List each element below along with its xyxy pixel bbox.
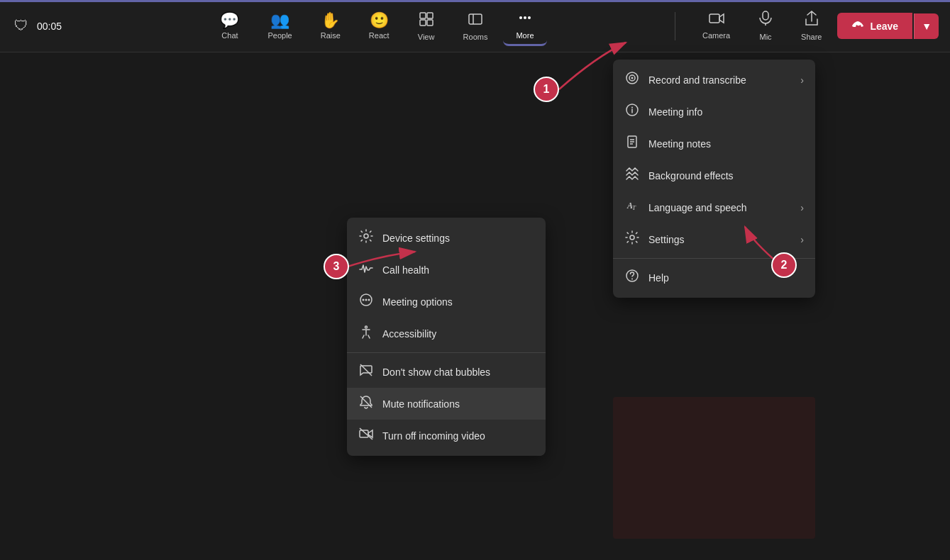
meeting-info-item[interactable]: Meeting info: [613, 96, 815, 128]
notes-icon: [624, 135, 640, 152]
leave-phone-icon: [851, 20, 864, 32]
progress-bar: [0, 0, 950, 2]
mic-label: Mic: [760, 33, 772, 41]
view-icon: [419, 11, 434, 30]
svg-point-5: [519, 16, 522, 19]
call-health-label: Call health: [382, 264, 534, 276]
record-label: Record and transcribe: [648, 74, 792, 86]
rooms-button[interactable]: Rooms: [451, 7, 501, 45]
more-icon: [517, 10, 533, 28]
camera-button[interactable]: Camera: [692, 8, 740, 44]
people-button[interactable]: 👥 People: [255, 9, 304, 44]
toolbar-separator: [675, 12, 675, 40]
leave-button[interactable]: Leave: [837, 13, 912, 39]
svg-point-30: [368, 299, 370, 301]
view-label: View: [418, 33, 435, 41]
svg-rect-1: [427, 13, 433, 18]
camera-icon: [709, 12, 724, 28]
svg-rect-2: [420, 20, 426, 26]
language-chevron: ›: [800, 202, 804, 213]
raise-icon: ✋: [321, 13, 340, 28]
svg-point-16: [631, 107, 633, 108]
dont-show-chat-label: Don't show chat bubbles: [382, 366, 534, 378]
record-icon: [624, 71, 640, 89]
more-label: More: [516, 31, 534, 40]
toolbar: 🛡 00:05 💬 Chat 👥 People ✋ Raise 🙂 React: [0, 0, 950, 52]
background-label: Background effects: [648, 170, 804, 181]
svg-point-29: [365, 299, 368, 301]
mute-notifications-item[interactable]: Mute notifications: [347, 388, 546, 420]
device-icon: [358, 229, 374, 247]
record-chevron: ›: [800, 74, 804, 86]
svg-point-25: [631, 279, 633, 280]
react-label: React: [369, 31, 390, 40]
settings-item[interactable]: Settings ›: [613, 223, 815, 255]
svg-rect-4: [469, 14, 482, 24]
svg-point-6: [524, 16, 526, 19]
chat-icon: 💬: [220, 13, 239, 28]
mic-button[interactable]: Mic: [746, 6, 785, 45]
settings-chevron: ›: [800, 234, 804, 245]
svg-point-7: [528, 16, 531, 19]
info-icon: [624, 103, 640, 121]
share-icon: [805, 11, 819, 30]
leave-dropdown-button[interactable]: ▼: [914, 13, 939, 39]
svg-rect-9: [763, 11, 768, 20]
leave-btn-container: Leave ▼: [837, 13, 939, 39]
video-preview: [613, 397, 815, 539]
dont-show-chat-item[interactable]: Don't show chat bubbles: [347, 356, 546, 388]
annotation-3: 3: [324, 254, 349, 279]
chat-label: Chat: [221, 31, 238, 40]
turn-off-video-item[interactable]: Turn off incoming video: [347, 420, 546, 452]
record-transcribe-item[interactable]: Record and transcribe ›: [613, 64, 815, 96]
mic-icon: [759, 11, 772, 30]
device-settings-item[interactable]: Device settings: [347, 222, 546, 254]
svg-text:T: T: [632, 204, 636, 211]
settings-submenu: Device settings Call health Meeting opti…: [347, 218, 546, 456]
annotation-1: 1: [534, 77, 559, 102]
shield-icon: 🛡: [11, 16, 31, 36]
share-button[interactable]: Share: [791, 6, 832, 45]
separator-2: [347, 352, 546, 353]
language-icon: A T: [624, 198, 640, 216]
accessibility-item[interactable]: Accessibility: [347, 318, 546, 349]
device-settings-label: Device settings: [382, 233, 534, 244]
meeting-options-item[interactable]: Meeting options: [347, 286, 546, 318]
people-label: People: [267, 31, 292, 40]
meetingopts-icon: [358, 293, 374, 310]
callhealth-icon: [358, 261, 374, 279]
raise-button[interactable]: ✋ Raise: [308, 9, 353, 44]
meeting-notes-item[interactable]: Meeting notes: [613, 128, 815, 159]
background-effects-item[interactable]: Background effects: [613, 159, 815, 191]
chatbubbles-icon: [358, 363, 374, 381]
annotation-3-label: 3: [333, 260, 340, 273]
meeting-notes-label: Meeting notes: [648, 138, 804, 150]
leave-label: Leave: [870, 21, 898, 32]
svg-point-13: [631, 77, 634, 79]
react-button[interactable]: 🙂 React: [356, 9, 402, 44]
settings-icon: [624, 230, 640, 248]
view-button[interactable]: View: [405, 7, 448, 45]
call-health-item[interactable]: Call health: [347, 254, 546, 286]
svg-point-26: [364, 234, 368, 238]
mute-icon: [358, 395, 374, 413]
more-button[interactable]: More: [503, 6, 546, 46]
chat-button[interactable]: 💬 Chat: [207, 9, 252, 44]
meeting-info-label: Meeting info: [648, 106, 804, 118]
rooms-icon: [468, 11, 483, 30]
meeting-options-label: Meeting options: [382, 296, 534, 308]
people-icon: 👥: [270, 13, 289, 28]
rooms-label: Rooms: [463, 33, 488, 41]
toolbar-right: Camera Mic Share: [681, 6, 950, 45]
annotation-2: 2: [771, 252, 797, 278]
language-speech-item[interactable]: A T Language and speech ›: [613, 191, 815, 223]
toolbar-center: 💬 Chat 👥 People ✋ Raise 🙂 React V: [85, 6, 669, 46]
turn-off-video-label: Turn off incoming video: [382, 430, 534, 442]
annotation-2-label: 2: [781, 259, 788, 271]
help-icon: [624, 269, 640, 286]
settings-label: Settings: [648, 234, 792, 245]
svg-point-28: [363, 299, 365, 301]
language-label: Language and speech: [648, 202, 792, 213]
svg-point-23: [630, 235, 634, 240]
share-label: Share: [801, 33, 822, 41]
